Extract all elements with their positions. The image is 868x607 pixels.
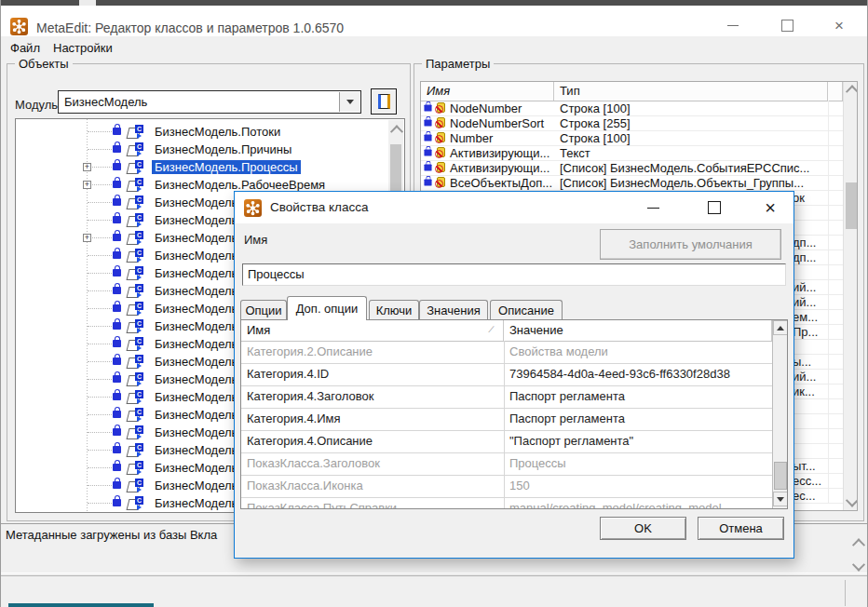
scroll-up-icon[interactable] xyxy=(854,539,863,548)
tree-item[interactable]: CБизнесМодель.Потоки xyxy=(16,123,404,141)
dialog-close-button[interactable]: × xyxy=(754,194,786,222)
parameter-row[interactable]: NodeNumberСтрока [100] xyxy=(421,101,843,116)
column-gridline xyxy=(504,452,505,475)
expander-icon[interactable]: + xyxy=(83,234,91,242)
parameter-type-fragment: ик... xyxy=(793,384,815,398)
lock-icon xyxy=(113,304,121,312)
parameter-row[interactable]: NumberСтрока [100] xyxy=(421,130,843,146)
parameter-type: [Список] БизнесМодель.СобытияEPCСпис... xyxy=(560,161,809,175)
column-header-type[interactable]: Тип xyxy=(554,82,828,101)
column-gridline xyxy=(828,354,829,369)
scroll-up-icon[interactable] xyxy=(848,86,857,95)
column-header-name[interactable]: Имя xyxy=(241,320,504,341)
scroll-down-icon[interactable] xyxy=(848,497,857,506)
class-icon: C xyxy=(128,178,144,191)
property-row[interactable]: Категория.4.ЗаголовокПаспорт регламента xyxy=(241,385,772,409)
lock-icon xyxy=(113,357,121,365)
dialog-table-scrollbar[interactable] xyxy=(772,320,788,508)
menu-settings[interactable]: Настройки xyxy=(49,39,116,58)
property-row[interactable]: Категория.4.Описание"Паспорт регламента" xyxy=(241,430,772,453)
tree-connector xyxy=(88,308,112,309)
lock-icon xyxy=(424,104,431,111)
parameter-row[interactable]: ВсеОбъектыДоп...[Список] БизнесМодель.Об… xyxy=(421,175,843,191)
column-gridline xyxy=(828,413,829,428)
scroll-up-icon[interactable] xyxy=(392,126,401,135)
parameter-row[interactable]: Активизирующи...Текст xyxy=(421,145,843,161)
lock-icon xyxy=(113,499,121,506)
class-arrow-icon xyxy=(137,239,142,245)
tree-connector xyxy=(88,467,112,468)
lock-icon xyxy=(113,340,121,347)
property-row[interactable]: ПоказКласса.Иконка150 xyxy=(241,475,772,498)
tree-connector xyxy=(88,503,112,504)
parameters-scrollbar[interactable] xyxy=(843,82,858,510)
parameter-type: Строка [100] xyxy=(560,131,631,145)
dialog-scrollbar-thumb[interactable] xyxy=(774,462,787,490)
expander-icon[interactable]: + xyxy=(83,163,91,171)
database-icon xyxy=(437,147,445,157)
close-button[interactable]: × xyxy=(821,11,858,39)
tree-connector xyxy=(88,397,112,398)
maximize-button[interactable] xyxy=(768,11,806,39)
tree-item[interactable]: +CБизнесМодель.Процессы xyxy=(16,158,404,176)
dialog-minimize-button[interactable] xyxy=(637,194,669,222)
parameter-type-fragment: ем... xyxy=(793,310,818,324)
parameter-type: Строка [255] xyxy=(560,116,631,130)
property-row[interactable]: ПоказКласса.ПутьСправкиmanual/creating_m… xyxy=(241,497,772,509)
column-gridline xyxy=(828,115,829,130)
menu-file[interactable]: Файл xyxy=(7,39,44,58)
class-letter: C xyxy=(135,355,143,363)
tab-options[interactable]: Опции xyxy=(240,300,287,320)
tab-description[interactable]: Описание xyxy=(490,300,563,320)
parameter-name: Активизирующи... xyxy=(450,161,549,175)
parameter-type-fragment: ы... xyxy=(793,355,811,369)
expander-icon[interactable]: + xyxy=(83,181,91,189)
property-row[interactable]: Категория.4.ID73964584-4d0a-4eed-93c6-ff… xyxy=(241,363,772,386)
parameter-type: Текст xyxy=(560,146,590,160)
log-panel-scrollbar[interactable] xyxy=(850,532,867,573)
module-tool-button[interactable] xyxy=(371,88,397,115)
class-arrow-icon xyxy=(137,398,142,404)
column-gridline xyxy=(828,175,829,190)
tab-keys[interactable]: Ключи xyxy=(369,300,419,320)
column-header-value[interactable]: Значение xyxy=(504,320,772,341)
class-letter: C xyxy=(135,390,143,398)
scroll-down-button[interactable] xyxy=(773,492,788,506)
class-name-input[interactable]: Процессы xyxy=(242,263,786,286)
scroll-up-button[interactable] xyxy=(773,320,788,335)
fill-defaults-button[interactable]: Заполнить умолчания xyxy=(600,229,781,260)
status-bar xyxy=(1,575,868,607)
property-value: Свойства модели xyxy=(509,344,766,358)
column-gridline xyxy=(828,369,829,384)
ok-button[interactable]: OK xyxy=(600,517,686,540)
tab-extra-options[interactable]: Доп. опции xyxy=(287,296,367,320)
minimize-button[interactable] xyxy=(714,11,752,39)
scroll-down-icon[interactable] xyxy=(854,561,863,571)
parameter-type: [Список] БизнесМодель.Объекты_Группы... xyxy=(560,176,804,190)
parameters-scrollbar-thumb[interactable] xyxy=(846,182,857,229)
property-row[interactable]: ПоказКласса.ЗаголовокПроцессы xyxy=(241,452,772,476)
tab-values[interactable]: Значения xyxy=(419,300,488,320)
property-value: manual/creating_model/creating_model xyxy=(509,501,766,509)
combobox-dropdown-button[interactable] xyxy=(339,92,359,112)
class-icon: C xyxy=(128,425,144,438)
class-icon: C xyxy=(128,461,144,474)
dialog-maximize-button[interactable] xyxy=(698,194,730,222)
column-gridline xyxy=(828,384,829,398)
parameter-name: Number xyxy=(450,131,493,145)
property-row[interactable]: Категория.4.ИмяПаспорт регламента xyxy=(241,408,772,431)
tree-item[interactable]: CБизнесМодель.Причины xyxy=(16,141,404,158)
property-row[interactable]: Категория.2.ОписаниеСвойства модели xyxy=(241,341,772,364)
column-header-name[interactable]: Имя xyxy=(421,82,554,101)
class-icon: C xyxy=(128,337,144,350)
parameter-row[interactable]: NodeNumberSortСтрока [255] xyxy=(421,115,843,131)
cancel-button[interactable]: Отмена xyxy=(698,517,784,540)
class-icon: C xyxy=(128,266,144,279)
parameter-type: Строка [100] xyxy=(560,101,631,115)
class-letter: C xyxy=(135,142,143,151)
parameters-group-legend: Параметры xyxy=(422,57,494,71)
module-combobox[interactable]: БизнесМодель xyxy=(58,90,361,114)
parameter-type-fragment: есс... xyxy=(793,474,821,488)
tree-connector xyxy=(88,202,112,203)
parameter-row[interactable]: Активизирующи...[Список] БизнесМодель.Со… xyxy=(421,160,843,176)
